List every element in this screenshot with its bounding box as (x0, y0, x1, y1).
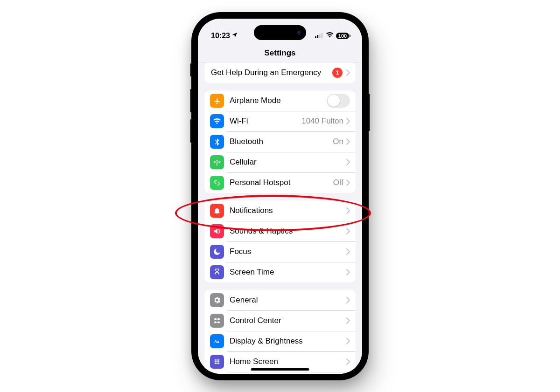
svg-point-17 (217, 363, 218, 364)
sliders-icon (210, 314, 224, 328)
row-airplane-mode[interactable]: Airplane Mode (204, 90, 356, 111)
row-bluetooth[interactable]: Bluetooth On (204, 131, 356, 152)
text-size-icon: AA (210, 334, 224, 348)
chevron-right-icon (346, 207, 350, 214)
chevron-right-icon (346, 179, 350, 186)
row-display-brightness[interactable]: AA Display & Brightness (204, 331, 356, 351)
row-emergency[interactable]: Get Help During an Emergency 1 (204, 62, 356, 83)
chevron-right-icon (346, 228, 350, 234)
bell-icon (210, 204, 224, 218)
row-sounds-haptics[interactable]: Sounds & Haptics (204, 221, 356, 241)
svg-rect-4 (214, 318, 217, 320)
power-button (369, 94, 370, 131)
row-screen-time[interactable]: Screen Time (204, 262, 356, 282)
page-title: Settings (264, 48, 295, 58)
screen: 10:23 100 (198, 19, 362, 374)
svg-point-18 (218, 363, 219, 364)
row-focus[interactable]: Focus (204, 241, 356, 262)
chevron-right-icon (346, 358, 350, 365)
svg-point-11 (217, 359, 218, 360)
bluetooth-icon (210, 135, 224, 149)
row-label: Home Screen (230, 357, 346, 366)
chevron-right-icon (346, 317, 350, 324)
row-label: Screen Time (230, 268, 346, 277)
phone-frame: 10:23 100 (191, 12, 369, 380)
row-label: Wi-Fi (230, 117, 301, 126)
svg-rect-5 (217, 318, 220, 320)
antenna-icon (210, 155, 224, 169)
svg-rect-1 (317, 35, 319, 38)
row-label: Personal Hotspot (230, 178, 333, 187)
svg-point-12 (218, 359, 219, 360)
badge-count: 1 (332, 68, 343, 78)
gear-icon (210, 293, 224, 307)
wifi-icon (326, 31, 334, 41)
chevron-right-icon (346, 159, 350, 165)
volume-down-button (190, 119, 191, 143)
row-detail: Off (333, 178, 343, 187)
signal-icon (315, 32, 323, 40)
row-label: Sounds & Haptics (230, 227, 346, 236)
airplane-icon (210, 94, 224, 108)
mute-switch (190, 63, 191, 76)
volume-up-button (190, 89, 191, 112)
wifi-settings-icon (210, 114, 224, 128)
row-general[interactable]: General (204, 290, 356, 310)
chevron-right-icon (346, 338, 350, 344)
hourglass-icon (210, 265, 224, 279)
chevron-right-icon (346, 248, 350, 255)
row-accessibility[interactable]: Accessibility (204, 372, 356, 374)
battery-indicator: 100 (336, 33, 349, 39)
row-cellular[interactable]: Cellular (204, 152, 356, 172)
svg-point-16 (215, 363, 216, 364)
svg-rect-3 (322, 33, 323, 38)
grid-icon (210, 355, 224, 369)
moon-icon (210, 245, 224, 259)
link-icon (210, 176, 224, 190)
row-label: Airplane Mode (230, 96, 327, 105)
row-label: Bluetooth (230, 137, 333, 146)
row-detail: On (333, 137, 343, 146)
row-control-center[interactable]: Control Center (204, 310, 356, 331)
chevron-right-icon (346, 138, 350, 145)
svg-text:A: A (217, 340, 219, 343)
chevron-right-icon (346, 118, 350, 124)
row-label: Display & Brightness (230, 337, 346, 346)
dynamic-island (254, 25, 306, 40)
svg-point-10 (215, 359, 216, 360)
row-notifications[interactable]: Notifications (204, 200, 356, 221)
row-personal-hotspot[interactable]: Personal Hotspot Off (204, 172, 356, 193)
row-wifi[interactable]: Wi-Fi 1040 Fulton (204, 111, 356, 131)
svg-point-14 (217, 361, 218, 362)
row-detail: 1040 Fulton (301, 117, 343, 126)
speaker-icon (210, 224, 224, 238)
row-label: Cellular (230, 158, 346, 167)
svg-rect-2 (319, 34, 321, 38)
status-time: 10:23 (211, 32, 230, 40)
row-label: Control Center (230, 316, 346, 325)
chevron-right-icon (346, 269, 350, 275)
location-icon (231, 32, 238, 40)
home-indicator[interactable] (251, 368, 309, 371)
airplane-toggle[interactable] (327, 94, 350, 108)
svg-rect-0 (315, 36, 316, 38)
svg-point-15 (218, 361, 219, 362)
row-label: Focus (230, 247, 346, 256)
row-label: Get Help During an Emergency (211, 68, 332, 77)
row-label: General (230, 296, 346, 305)
chevron-right-icon (346, 69, 350, 76)
svg-rect-7 (217, 321, 220, 323)
chevron-right-icon (346, 297, 350, 303)
row-label: Notifications (230, 206, 346, 215)
settings-list[interactable]: Get Help During an Emergency 1 Airplane … (198, 62, 362, 374)
svg-point-13 (215, 361, 216, 362)
svg-rect-6 (214, 321, 217, 323)
